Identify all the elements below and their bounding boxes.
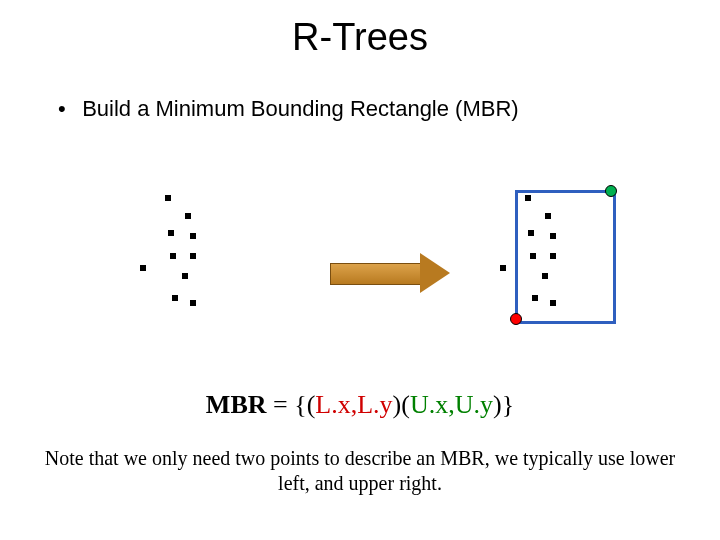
arrow-shaft bbox=[330, 263, 422, 285]
data-point bbox=[165, 195, 171, 201]
slide-title: R-Trees bbox=[0, 16, 720, 59]
data-point bbox=[168, 230, 174, 236]
mbr-rectangle bbox=[515, 190, 616, 324]
formula-eq: = {( bbox=[267, 390, 316, 419]
bullet-text: Build a Minimum Bounding Rectangle (MBR) bbox=[82, 96, 519, 121]
data-point bbox=[500, 265, 506, 271]
bullet-marker: • bbox=[58, 96, 76, 122]
lower-left-marker bbox=[510, 313, 522, 325]
data-point bbox=[190, 300, 196, 306]
arrow-head bbox=[420, 253, 450, 293]
formula-end: )} bbox=[493, 390, 514, 419]
arrow-icon bbox=[330, 253, 450, 293]
data-point bbox=[185, 213, 191, 219]
data-point bbox=[190, 253, 196, 259]
footnote: Note that we only need two points to des… bbox=[40, 446, 680, 496]
data-point bbox=[140, 265, 146, 271]
formula-lower: L.x,L.y bbox=[315, 390, 392, 419]
formula-upper: U.x,U.y bbox=[410, 390, 493, 419]
mbr-formula: MBR = {(L.x,L.y)(U.x,U.y)} bbox=[0, 390, 720, 420]
data-point bbox=[190, 233, 196, 239]
mbr-diagram bbox=[110, 175, 610, 355]
data-point bbox=[170, 253, 176, 259]
formula-mid: )( bbox=[393, 390, 410, 419]
formula-mbr: MBR bbox=[206, 390, 267, 419]
bullet-line: • Build a Minimum Bounding Rectangle (MB… bbox=[58, 96, 519, 122]
slide: R-Trees • Build a Minimum Bounding Recta… bbox=[0, 0, 720, 540]
data-point bbox=[172, 295, 178, 301]
data-point bbox=[182, 273, 188, 279]
upper-right-marker bbox=[605, 185, 617, 197]
